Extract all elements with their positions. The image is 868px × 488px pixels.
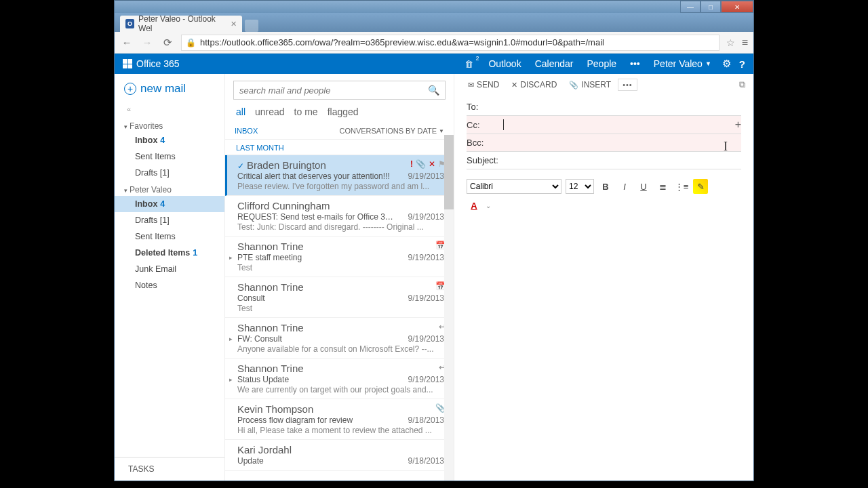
- insert-button[interactable]: 📎INSERT: [564, 78, 616, 92]
- browser-tabbar: O Peter Valeo - Outlook Wel ✕: [115, 13, 753, 32]
- send-button[interactable]: ✉SEND: [462, 78, 505, 92]
- folder-group[interactable]: ▾Favorites: [115, 117, 224, 132]
- search-input[interactable]: [239, 85, 428, 96]
- folder-sidebar: + new mail « ▾FavoritesInbox4Sent ItemsD…: [115, 74, 225, 481]
- to-field[interactable]: To:: [467, 98, 741, 116]
- tab-close-icon[interactable]: ✕: [231, 20, 237, 28]
- expand-icon[interactable]: ▸: [229, 254, 233, 261]
- message-item[interactable]: Kari JordahlUpdate9/18/2013: [225, 440, 454, 471]
- search-box[interactable]: 🔍: [233, 81, 446, 100]
- window-titlebar: — □ ✕: [115, 1, 753, 13]
- new-mail-button[interactable]: + new mail: [115, 74, 224, 101]
- message-item[interactable]: ▸Shannon Trine↩FW: Consult9/19/2013Anyon…: [225, 318, 454, 359]
- message-item[interactable]: Clifford CunninghamREQUEST: Send test e-…: [225, 196, 454, 237]
- message-item[interactable]: ✓Braden Bruington!📎✕⚑Critical alert that…: [225, 155, 454, 196]
- message-date: 9/19/2013: [408, 293, 444, 303]
- message-from: Clifford Cunningham: [237, 200, 444, 211]
- folder-group[interactable]: ▾Peter Valeo: [115, 181, 224, 196]
- expand-format-button[interactable]: ⌄: [486, 202, 491, 209]
- filter-unread[interactable]: unread: [255, 106, 285, 117]
- close-button[interactable]: ✕: [721, 1, 753, 13]
- user-menu[interactable]: Peter Valeo▼: [654, 58, 711, 69]
- discard-button[interactable]: ✕DISCARD: [506, 78, 562, 92]
- browser-tab[interactable]: O Peter Valeo - Outlook Wel ✕: [120, 16, 242, 32]
- popout-button[interactable]: ⧉: [739, 79, 745, 90]
- lock-icon: 🔒: [186, 38, 196, 47]
- message-item[interactable]: ▸Shannon Trine↩Status Update9/19/2013We …: [225, 359, 454, 399]
- font-color-button[interactable]: A: [467, 198, 481, 213]
- bcc-field[interactable]: Bcc:I: [467, 134, 741, 152]
- browser-menu-button[interactable]: ≡: [742, 37, 748, 49]
- outlook-favicon-icon: O: [125, 19, 134, 28]
- folder-item[interactable]: Drafts [1]: [115, 212, 224, 228]
- message-date: 9/18/2013: [408, 415, 444, 425]
- filter-flagged[interactable]: flagged: [328, 106, 359, 117]
- message-item[interactable]: ▸Shannon Trine📅PTE staff meeting9/19/201…: [225, 237, 454, 277]
- folder-item[interactable]: Inbox4: [115, 132, 224, 148]
- sort-button[interactable]: CONVERSATIONS BY DATE▼: [339, 127, 444, 135]
- browser-window: — □ ✕ O Peter Valeo - Outlook Wel ✕ ← → …: [114, 0, 754, 481]
- back-button[interactable]: ←: [120, 36, 134, 49]
- folder-item[interactable]: Sent Items: [115, 228, 224, 245]
- expand-icon[interactable]: ▸: [229, 376, 233, 383]
- message-list-pane: 🔍 all unread to me flagged INBOX CONVERS…: [225, 74, 454, 481]
- send-icon: ✉: [468, 81, 474, 89]
- cc-field[interactable]: Cc:+: [467, 116, 741, 134]
- minimize-button[interactable]: —: [680, 1, 701, 13]
- bookmark-button[interactable]: ☆: [726, 37, 735, 48]
- nav-people[interactable]: People: [587, 58, 616, 69]
- folder-item[interactable]: Inbox4: [115, 196, 224, 212]
- compose-more-button[interactable]: •••: [618, 79, 637, 91]
- expand-icon[interactable]: ▸: [229, 336, 233, 342]
- list-scrollbar[interactable]: [444, 135, 454, 481]
- tasks-toggle[interactable]: TASKS: [115, 457, 224, 481]
- brand-label: Office 365: [136, 58, 180, 69]
- help-button[interactable]: ?: [739, 58, 745, 70]
- cc-input[interactable]: [504, 120, 741, 130]
- forward-button[interactable]: →: [140, 36, 154, 49]
- highlight-button[interactable]: ✎: [693, 179, 708, 194]
- italic-button[interactable]: I: [617, 179, 632, 194]
- collapse-sidebar-button[interactable]: «: [115, 101, 224, 117]
- nav-calendar[interactable]: Calendar: [535, 58, 574, 69]
- notifications-button[interactable]: 🗑2: [465, 59, 473, 69]
- message-from: Shannon Trine: [237, 281, 444, 293]
- address-bar[interactable]: 🔒 https://outlook.office365.com/owa/?rea…: [181, 35, 719, 51]
- filter-all[interactable]: all: [236, 106, 245, 117]
- number-list-button[interactable]: ⋮≡: [674, 179, 689, 194]
- nav-outlook[interactable]: Outlook: [488, 58, 521, 69]
- subject-field[interactable]: Subject:: [467, 152, 741, 169]
- folder-item[interactable]: Sent Items: [115, 148, 224, 165]
- to-input[interactable]: [502, 102, 741, 112]
- font-size-select[interactable]: 12: [566, 179, 594, 194]
- o365-brand[interactable]: Office 365: [123, 58, 180, 69]
- reload-button[interactable]: ⟳: [161, 36, 174, 49]
- filter-tome[interactable]: to me: [294, 106, 318, 117]
- message-list[interactable]: ✓Braden Bruington!📎✕⚑Critical alert that…: [225, 155, 454, 481]
- message-date: 9/18/2013: [408, 456, 444, 466]
- folder-item[interactable]: Junk Email: [115, 261, 224, 277]
- nav-more-button[interactable]: •••: [630, 58, 640, 69]
- search-icon[interactable]: 🔍: [428, 85, 439, 96]
- message-subject: REQUEST: Send test e-mails for Office 36…: [237, 212, 393, 222]
- add-recipient-button[interactable]: +: [735, 119, 741, 131]
- folder-item[interactable]: Deleted Items1: [115, 245, 224, 261]
- folder-item[interactable]: Notes: [115, 277, 224, 293]
- message-item[interactable]: Kevin Thompson📎Process flow diagram for …: [225, 399, 454, 440]
- underline-button[interactable]: U: [636, 179, 651, 194]
- subject-input[interactable]: [507, 155, 741, 165]
- scrollbar-thumb[interactable]: [444, 135, 454, 209]
- font-family-select[interactable]: Calibri: [467, 179, 561, 194]
- settings-button[interactable]: ⚙: [722, 58, 731, 70]
- delete-icon[interactable]: ✕: [429, 159, 435, 169]
- plus-circle-icon: +: [124, 83, 136, 95]
- message-item[interactable]: Shannon Trine📅Consult9/19/2013Test: [225, 277, 454, 318]
- bold-button[interactable]: B: [598, 179, 613, 194]
- bullet-list-button[interactable]: ≣: [655, 179, 670, 194]
- bcc-input[interactable]: [502, 138, 741, 148]
- message-preview: Test: [237, 263, 444, 272]
- new-tab-button[interactable]: [245, 20, 258, 32]
- maximize-button[interactable]: □: [701, 1, 721, 13]
- folder-item[interactable]: Drafts [1]: [115, 165, 224, 181]
- chevron-down-icon: ▼: [705, 60, 711, 67]
